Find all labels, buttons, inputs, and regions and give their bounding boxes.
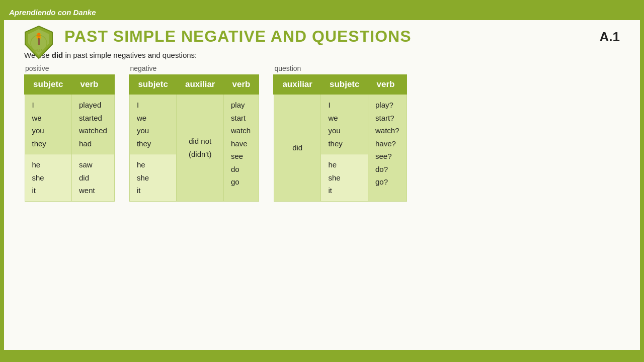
negative-header-verb: verb: [223, 75, 259, 94]
positive-header-subject: subjetc: [25, 75, 72, 94]
logo-container: IEP: [24, 25, 54, 55]
top-bar-title: Aprendiendo con Danke: [9, 8, 96, 17]
negative-subject-2: hesheit: [129, 154, 177, 202]
bottom-bar: [4, 350, 640, 358]
table-row: Iweyouthey playedstartedwatchedhad: [25, 94, 114, 154]
negative-table-block: negative subjetc auxiliar verb Iweyouthe…: [129, 64, 259, 202]
negative-label: negative: [129, 64, 259, 72]
negative-subject-1: Iweyouthey: [129, 94, 177, 154]
positive-verb-1: playedstartedwatchedhad: [72, 94, 115, 154]
svg-rect-4: [38, 38, 40, 45]
question-label: question: [273, 64, 407, 72]
question-verb-1: play?start?watch?have?see?do?go?: [368, 94, 407, 201]
question-subject-2: hesheit: [321, 154, 368, 202]
question-header-subject: subjetc: [321, 75, 368, 94]
negative-table: subjetc auxiliar verb Iweyouthey did not…: [129, 74, 259, 202]
table-row: Iweyouthey did not(didn't) playstartwatc…: [129, 94, 259, 154]
question-subject-1: Iweyouthey: [321, 94, 368, 154]
top-bar: Aprendiendo con Danke: [4, 4, 640, 20]
positive-table: subjetc verb Iweyouthey playedstartedwat…: [24, 74, 115, 202]
table-row: did Iweyouthey play?start?watch?have?see…: [274, 94, 407, 154]
negative-auxiliar-1: did not(didn't): [177, 94, 224, 201]
positive-label: positive: [24, 64, 115, 72]
positive-verb-2: sawdidwent: [72, 154, 115, 202]
positive-table-block: positive subjetc verb Iweyouthey playeds…: [24, 64, 115, 202]
question-header-auxiliar: auxiliar: [274, 75, 321, 94]
main-content: IEP PAST SIMPLE NEGATIVE AND QUESTIONS A…: [4, 20, 640, 358]
negative-header-subject: subjetc: [129, 75, 177, 94]
lesson-code: A.1: [600, 29, 620, 45]
positive-subject-1: Iweyouthey: [25, 94, 72, 154]
positive-header-verb: verb: [72, 75, 115, 94]
table-row: hesheit sawdidwent: [25, 154, 114, 202]
tables-section: positive subjetc verb Iweyouthey playeds…: [24, 64, 620, 202]
question-table: auxiliar subjetc verb did Iweyouthey pla…: [273, 74, 407, 202]
question-header-verb: verb: [368, 75, 407, 94]
question-auxiliar-1: did: [274, 94, 321, 201]
page-title: PAST SIMPLE NEGATIVE AND QUESTIONS: [64, 27, 620, 46]
negative-header-auxiliar: auxiliar: [177, 75, 224, 94]
intro-text: We use did in past simple negatives and …: [24, 51, 620, 59]
negative-verb-1: playstartwatchhaveseedogo: [223, 94, 259, 201]
positive-subject-2: hesheit: [25, 154, 72, 202]
intro-text-after: in past simple negatives and questions:: [63, 51, 197, 59]
question-table-block: question auxiliar subjetc verb did Iweyo…: [273, 64, 407, 202]
shield-icon: IEP: [24, 25, 53, 59]
